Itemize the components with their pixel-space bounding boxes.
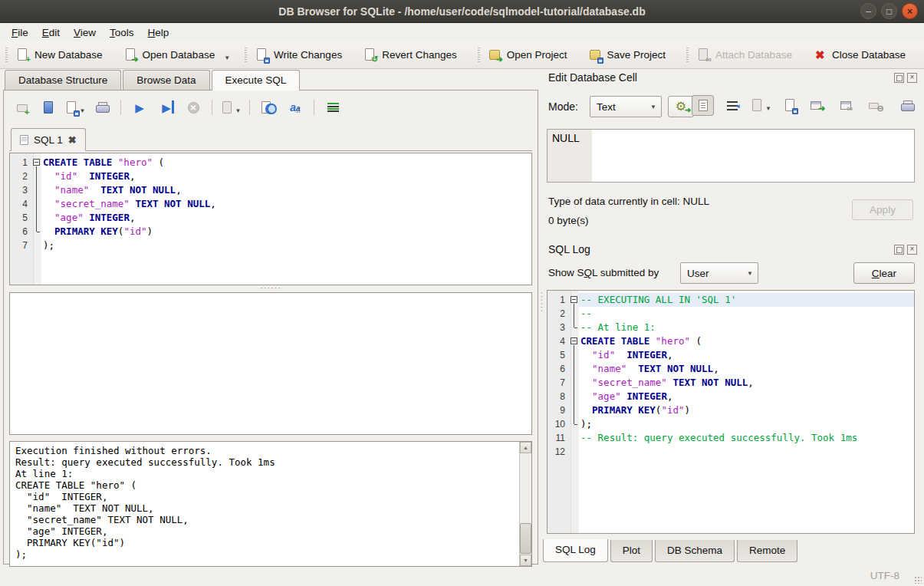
code-line: 2-- — [547, 307, 914, 321]
code-line: 3 "name" TEXT NOT NULL, — [10, 183, 531, 197]
code-line: 1CREATE TABLE "hero" ( — [10, 156, 531, 170]
cell-size-info: 0 byte(s) — [548, 215, 589, 226]
execute-all-icon[interactable]: ▶ — [131, 99, 148, 116]
execute-sql-pane: + ▼ ▶ ▶ ✕ ▼ aa̲ SQL 1 ✖ — [3, 90, 538, 565]
mode-select[interactable]: Text ▼ — [590, 96, 662, 117]
dock-close-icon[interactable]: × — [907, 245, 917, 255]
open-project-button[interactable]: ➜ Open Project — [484, 45, 572, 64]
save-results-icon: ▼ — [222, 99, 239, 116]
menu-view[interactable]: View — [67, 25, 103, 41]
open-database-dropdown-icon[interactable]: ▼ — [224, 54, 230, 61]
write-changes-button[interactable]: Write Changes — [251, 45, 347, 64]
toolbar-separator — [478, 48, 480, 63]
tab-execute-sql[interactable]: Execute SQL — [212, 70, 301, 91]
code-line: 2 "id" INTEGER, — [10, 170, 531, 183]
sql-log-editor[interactable]: 1-- EXECUTING ALL IN 'SQL 1'2--3-- At li… — [547, 290, 915, 534]
stop-icon: ✕ — [185, 99, 202, 116]
attach-database-icon: ∞ — [697, 48, 710, 61]
encoding-indicator: UTF-8 — [870, 570, 899, 581]
menu-file[interactable]: File — [5, 25, 35, 41]
toolbar-separator — [245, 48, 247, 63]
minimize-button[interactable]: – — [860, 3, 876, 19]
tab-plot[interactable]: Plot — [610, 540, 653, 562]
results-grid-pane[interactable] — [9, 292, 532, 435]
new-database-button[interactable]: + New Database — [12, 45, 107, 64]
dock-panels: Edit Database Cell × Mode: Text ▼ ⚙➜ ▼ ➜… — [541, 69, 921, 565]
cell-value: NULL — [552, 132, 580, 144]
submitted-by-select[interactable]: User ▼ — [680, 262, 758, 284]
close-tab-icon[interactable]: ✖ — [68, 134, 77, 146]
sql-editor[interactable]: 1CREATE TABLE "hero" (2 "id" INTEGER,3 "… — [9, 153, 532, 285]
auto-switch-mode-button[interactable]: ⚙➜ — [668, 96, 694, 117]
scrollbar[interactable]: ▲ ▼ — [519, 442, 531, 566]
format-sql-icon[interactable]: aa̲ — [287, 99, 304, 116]
db-browser-window: DB Browser for SQLite - /home/user/code/… — [0, 0, 924, 586]
dock-float-icon[interactable] — [894, 245, 904, 255]
code-line: 7); — [10, 239, 531, 252]
link-icon[interactable]: ∞ — [837, 95, 860, 116]
tab-db-schema[interactable]: DB Schema — [655, 540, 735, 562]
show-sql-label: Show SQL submitted by — [548, 267, 659, 278]
scrollbar-thumb[interactable] — [520, 523, 531, 554]
open-sql-file-icon[interactable] — [40, 99, 57, 116]
tab-database-structure[interactable]: Database Structure — [5, 70, 121, 90]
dock-close-icon[interactable]: × — [907, 73, 917, 83]
dock-float-icon[interactable] — [894, 73, 904, 83]
clear-button[interactable]: Clear — [853, 262, 915, 284]
open-database-button[interactable]: ➜ Open Database — [120, 45, 220, 64]
save-project-icon — [589, 48, 602, 61]
word-wrap-icon[interactable] — [721, 95, 743, 116]
save-project-button[interactable]: Save Project — [584, 45, 671, 64]
new-database-icon: + — [16, 48, 29, 61]
toolbar-grip[interactable] — [5, 48, 8, 63]
scroll-up-icon[interactable]: ▲ — [520, 442, 531, 453]
cell-value-editor[interactable]: NULL — [547, 129, 915, 183]
text-mode-icon[interactable] — [692, 95, 714, 116]
word-wrap-icon[interactable] — [324, 99, 341, 116]
print-icon[interactable] — [896, 95, 918, 116]
save-sql-file-icon[interactable]: ▼ — [67, 99, 84, 116]
toolbar-separator — [212, 100, 212, 115]
code-line: 9 PRIMARY KEY("id") — [547, 403, 914, 417]
scroll-down-icon[interactable]: ▼ — [520, 555, 531, 566]
chevron-down-icon: ▼ — [646, 104, 661, 110]
gear-icon: ⚙➜ — [676, 100, 686, 113]
export-icon[interactable]: ➜ — [808, 95, 830, 116]
close-database-button[interactable]: ✖ Close Database — [809, 45, 910, 64]
code-line: 12 — [547, 445, 914, 459]
open-database-icon: ➜ — [124, 48, 137, 61]
main-area: Database Structure Browse Data Execute S… — [3, 70, 538, 565]
new-sql-tab-icon[interactable]: + — [13, 99, 30, 116]
resize-grip[interactable] — [914, 576, 922, 584]
mode-label: Mode: — [548, 100, 578, 113]
execution-result-text[interactable]: Execution finished without errors. Resul… — [10, 442, 519, 566]
sql-log-dock-header: SQL Log × — [541, 241, 921, 258]
code-line: 8 "age" INTEGER, — [547, 390, 914, 403]
menu-tools[interactable]: Tools — [103, 25, 141, 41]
revert-changes-button[interactable]: ↺ Revert Changes — [359, 45, 462, 64]
maximize-button[interactable]: □ — [881, 3, 897, 19]
tab-remote[interactable]: Remote — [737, 540, 797, 562]
sql-file-tab-bar: SQL 1 ✖ — [9, 127, 532, 151]
code-line: 4CREATE TABLE "hero" ( — [547, 334, 914, 348]
code-line: 7 "secret_name" TEXT NOT NULL, — [547, 376, 914, 390]
title-bar[interactable]: DB Browser for SQLite - /home/user/code/… — [0, 0, 924, 23]
tab-browse-data[interactable]: Browse Data — [123, 70, 209, 90]
horizontal-splitter[interactable] — [9, 286, 532, 292]
close-database-icon: ✖ — [814, 48, 827, 61]
tab-sql-log[interactable]: SQL Log — [543, 539, 608, 562]
menu-edit[interactable]: Edit — [35, 25, 67, 41]
menu-help[interactable]: Help — [141, 25, 176, 41]
sql-file-tab[interactable]: SQL 1 ✖ — [11, 128, 86, 151]
sql-file-icon — [20, 135, 28, 145]
find-replace-icon[interactable] — [260, 99, 277, 116]
close-button[interactable]: × — [902, 3, 918, 19]
main-toolbar: + New Database ➜ Open Database ▼ Write C… — [0, 41, 924, 69]
bottom-tab-bar: SQL Log Plot DB Schema Remote — [543, 540, 800, 562]
execute-current-line-icon[interactable]: ▶ — [158, 99, 175, 116]
main-tab-bar: Database Structure Browse Data Execute S… — [3, 70, 538, 91]
import-icon[interactable] — [779, 95, 801, 116]
print-icon[interactable] — [94, 99, 110, 116]
set-null-icon: ⊖ — [866, 95, 889, 116]
dock-splitter[interactable] — [538, 299, 544, 305]
